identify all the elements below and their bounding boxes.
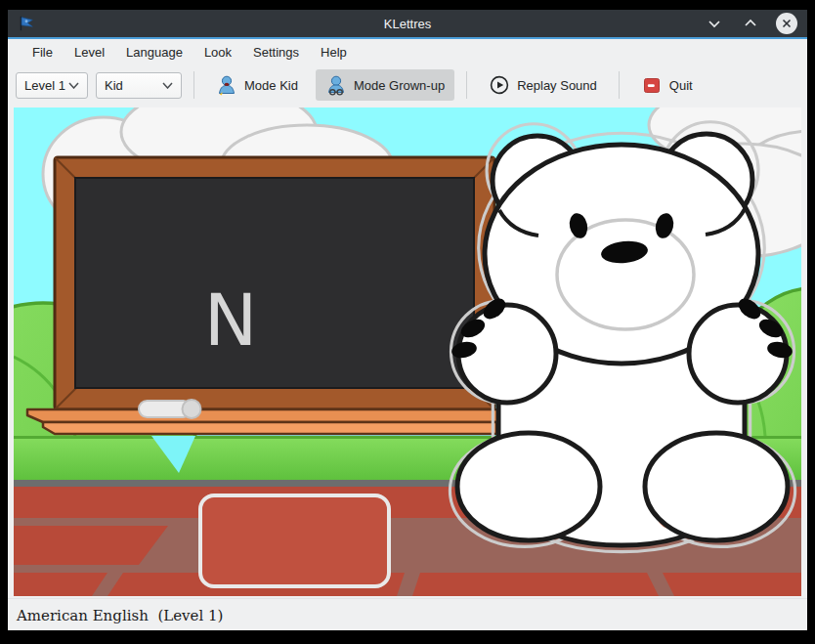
quit-icon xyxy=(641,74,663,96)
menu-look[interactable]: Look xyxy=(193,45,242,60)
chevron-up-icon xyxy=(744,19,757,28)
menu-settings[interactable]: Settings xyxy=(242,45,310,60)
teddy-bear xyxy=(450,122,794,552)
klettres-window: KLettres File Level Langu xyxy=(8,10,807,630)
replay-sound-label: Replay Sound xyxy=(517,78,597,93)
main-toolbar: Level 1 Kid Mode Kid xyxy=(8,64,807,106)
mode-grownup-label: Mode Grown-up xyxy=(354,78,445,93)
close-button[interactable] xyxy=(776,13,797,34)
letter-input[interactable] xyxy=(198,494,391,588)
mode-kid-button[interactable]: Mode Kid xyxy=(206,69,308,101)
current-letter: N xyxy=(204,279,258,362)
level-combobox[interactable]: Level 1 xyxy=(16,72,88,99)
mode-kid-label: Mode Kid xyxy=(244,78,298,93)
close-icon xyxy=(782,19,792,28)
menu-level[interactable]: Level xyxy=(64,45,115,60)
scene-area: N xyxy=(8,106,807,598)
bear-foot xyxy=(645,433,788,540)
window-title: KLettres xyxy=(8,17,807,31)
title-bar: KLettres xyxy=(8,10,807,37)
toolbar-separator xyxy=(193,71,194,99)
kid-theme-scene: N xyxy=(14,107,801,596)
minimize-button[interactable] xyxy=(704,13,725,34)
maximize-button[interactable] xyxy=(740,13,761,34)
chevron-down-icon xyxy=(162,82,173,89)
window-controls xyxy=(704,10,797,37)
quit-label: Quit xyxy=(669,78,693,93)
level-combobox-value: Level 1 xyxy=(24,78,65,93)
menu-bar: File Level Language Look Settings Help xyxy=(8,39,807,64)
status-bar: American English (Level 1) xyxy=(8,598,807,631)
theme-combobox-value: Kid xyxy=(105,78,123,93)
menu-help[interactable]: Help xyxy=(310,45,358,60)
theme-combobox[interactable]: Kid xyxy=(96,72,182,99)
quit-button[interactable]: Quit xyxy=(631,69,703,101)
menu-language[interactable]: Language xyxy=(115,45,193,60)
bear-foot xyxy=(457,433,600,540)
chevron-down-icon xyxy=(708,19,721,28)
toolbar-separator xyxy=(619,71,620,99)
chalk xyxy=(139,400,201,418)
chevron-down-icon xyxy=(68,82,79,89)
blackboard: N xyxy=(27,157,502,434)
chalk-tray xyxy=(27,409,502,434)
replay-sound-button[interactable]: Replay Sound xyxy=(479,69,607,101)
mode-grownup-button[interactable]: Mode Grown-up xyxy=(316,69,454,101)
kid-icon xyxy=(216,74,237,96)
status-text: American English (Level 1) xyxy=(17,607,223,624)
grown-up-icon xyxy=(325,74,347,96)
play-circle-icon xyxy=(489,74,510,96)
toolbar-separator xyxy=(466,71,467,99)
menu-file[interactable]: File xyxy=(21,45,64,60)
